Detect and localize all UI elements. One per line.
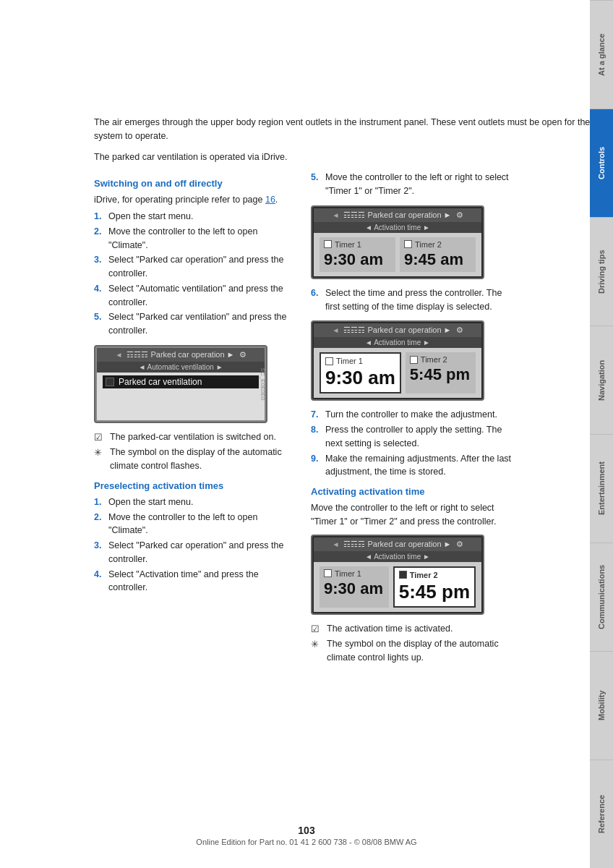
gear-icon-3: ⚙ <box>456 326 463 335</box>
step-3-9: 9.Make the remaining adjustments. After … <box>311 452 513 480</box>
activating-text: Move the controller to the left or right… <box>311 501 513 529</box>
timer-time-1c: 9:30 am <box>324 579 385 598</box>
two-column-layout: Switching on and off directly iDrive, fo… <box>94 171 591 665</box>
timer-label-1b: Timer 1 <box>336 357 363 365</box>
step-right-5-wrapper: 5. Move the controller to the left or ri… <box>311 171 513 198</box>
step-1-2: 2.Move the controller to the left to ope… <box>94 225 296 252</box>
note-activated: ☑ The activation time is activated. <box>311 622 513 637</box>
timer-box-2a: Timer 2 9:45 am <box>400 237 476 272</box>
section-heading-activating: Activating activation time <box>311 486 513 497</box>
timer-title-2: ☶☶☶ Parked car operation ► <box>343 210 451 220</box>
timer-sub-2: ◄ Activation time ► <box>314 222 481 233</box>
step-1-3: 3.Select "Parked car operation" and pres… <box>94 253 296 281</box>
timer-screen-4: ◄ ☶☶☶ Parked car operation ► ⚙ ◄ Activat… <box>311 535 484 615</box>
right-column: 5. Move the controller to the left or ri… <box>311 171 513 665</box>
arrow-left-3: ◄ <box>332 326 339 334</box>
gear-icon-1: ⚙ <box>239 350 247 359</box>
checkbox-parked <box>106 378 114 386</box>
intro-text-2: The parked car ventilation is operated v… <box>94 150 591 164</box>
page-wrapper: The air emerges through the upper body r… <box>0 0 613 868</box>
tab-at-a-glance[interactable]: At a glance <box>590 0 613 109</box>
timer-label-row-2a: Timer 2 <box>404 240 471 249</box>
timer-box-2b: Timer 2 5:45 pm <box>406 352 476 393</box>
idrive-note: iDrive, for operating principle refer to… <box>94 193 296 207</box>
sidebar-tabs: At a glance Controls Driving tips Naviga… <box>590 0 613 868</box>
copyright-text: Online Edition for Part no. 01 41 2 600 … <box>0 838 613 846</box>
step-1-1: 1.Open the start menu. <box>94 210 296 224</box>
timer-label-row-1a: Timer 1 <box>324 240 391 249</box>
page-link[interactable]: 16 <box>265 195 275 205</box>
timer-time-2c: 5:45 pm <box>399 581 470 603</box>
timer-time-2b: 5:45 pm <box>410 365 471 384</box>
screen-row-parked: Parked car ventilation <box>103 375 259 388</box>
timer-label-1c: Timer 1 <box>335 569 361 578</box>
tab-mobility[interactable]: Mobility <box>590 651 613 760</box>
timer-box-1b: Timer 1 9:30 am <box>320 352 401 393</box>
timer-label-row-1b: Timer 1 <box>325 357 395 365</box>
screen-body-empty <box>97 391 265 420</box>
timer-body-4: Timer 1 9:30 am Timer 2 5:45 pm <box>314 562 481 612</box>
step-1-4: 4.Select "Automatic ventilation" and pre… <box>94 282 296 310</box>
snowflake-icon-2: ✳ <box>311 637 324 665</box>
timer-label-2b: Timer 2 <box>421 355 447 364</box>
timer-box-2c: Timer 2 5:45 pm <box>393 566 476 608</box>
timer-title-3: ☶☶☶ Parked car operation ► <box>343 326 451 335</box>
step-3-8: 8.Press the controller to apply the sett… <box>311 423 513 451</box>
tab-entertainment[interactable]: Entertainment <box>590 434 613 542</box>
arrow-left-1: ◄ <box>115 351 122 359</box>
timer-label-row-2b: Timer 2 <box>410 355 471 364</box>
step-2-3: 3.Select "Parked car operation" and pres… <box>94 539 296 566</box>
timer-body-2: Timer 1 9:30 am Timer 2 9:45 am <box>314 233 481 276</box>
page-footer: 103 Online Edition for Part no. 01 41 2 … <box>0 825 613 846</box>
step-2-4: 4.Select "Activation time" and press the… <box>94 568 296 595</box>
tab-communications[interactable]: Communications <box>590 542 613 651</box>
arrow-left-2: ◄ <box>332 211 339 219</box>
timer-time-2a: 9:45 am <box>404 250 471 269</box>
timer-checkbox-1b <box>325 357 333 365</box>
timer-header-2: ◄ ☶☶☶ Parked car operation ► ⚙ <box>314 208 481 222</box>
step-2-1: 1.Open the start menu. <box>94 495 296 509</box>
timer-label-row-2c: Timer 2 <box>399 571 470 579</box>
section-heading-switch: Switching on and off directly <box>94 178 296 189</box>
timer-title-4: ☶☶☶ Parked car operation ► <box>343 540 451 549</box>
timer-checkbox-1c <box>324 569 332 577</box>
arrow-left-4: ◄ <box>332 540 339 548</box>
idrive-note-period: . <box>275 195 278 205</box>
note-symbol-lights: ✳ The symbol on the display of the autom… <box>311 637 513 665</box>
left-column: Switching on and off directly iDrive, fo… <box>94 171 296 665</box>
timer-box-1a: Timer 1 9:30 am <box>320 237 395 272</box>
check-icon-1: ☑ <box>94 430 107 445</box>
timer-checkbox-2c <box>399 571 407 579</box>
intro-text-1: The air emerges through the upper body r… <box>94 116 591 143</box>
tab-navigation[interactable]: Navigation <box>590 326 613 434</box>
timer-checkbox-2a <box>404 240 412 248</box>
idrive-note-text: iDrive, for operating principle refer to… <box>94 195 265 205</box>
timer-checkbox-1a <box>324 240 332 248</box>
screen-mockup-1: ◄ ☶☶☶ Parked car operation ► ⚙ ◄ Automat… <box>94 345 267 423</box>
timer-sub-4: ◄ Activation time ► <box>314 551 481 562</box>
step-3-7: 7.Turn the controller to make the adjust… <box>311 408 513 422</box>
timer-time-1b: 9:30 am <box>325 367 395 389</box>
tab-driving-tips[interactable]: Driving tips <box>590 217 613 326</box>
screen-body-1: Parked car ventilation <box>97 373 265 391</box>
step-2-2: 2.Move the controller to the left to ope… <box>94 511 296 538</box>
section-heading-preselect: Preselecting activation times <box>94 480 296 491</box>
gear-icon-4: ⚙ <box>456 540 463 549</box>
timer-box-1c: Timer 1 9:30 am <box>320 566 389 608</box>
timer-screen-3: ◄ ☶☶☶ Parked car operation ► ⚙ ◄ Activat… <box>311 320 484 401</box>
check-icon-2: ☑ <box>311 622 324 637</box>
step-right-6: 6. Select the time and press the control… <box>311 286 513 314</box>
timer-label-2c: Timer 2 <box>410 571 438 579</box>
timer-label-2a: Timer 2 <box>415 240 442 249</box>
timer-time-1a: 9:30 am <box>324 250 391 269</box>
step-1-5: 5.Select "Parked car ventilation" and pr… <box>94 310 296 338</box>
timer-label-1a: Timer 1 <box>335 240 361 249</box>
screen-inner-1: ◄ ☶☶☶ Parked car operation ► ⚙ ◄ Automat… <box>97 348 265 420</box>
row-label-parked: Parked car ventilation <box>119 377 202 387</box>
timer-header-3: ◄ ☶☶☶ Parked car operation ► ⚙ <box>314 323 481 337</box>
steps-list-3: 7.Turn the controller to make the adjust… <box>311 408 513 479</box>
note-switched-on: ☑ The parked-car ventilation is switched… <box>94 430 296 445</box>
tab-reference[interactable]: Reference <box>590 760 613 868</box>
tab-controls[interactable]: Controls <box>590 109 613 217</box>
timer-body-3: Timer 1 9:30 am Timer 2 5:45 pm <box>314 348 481 398</box>
